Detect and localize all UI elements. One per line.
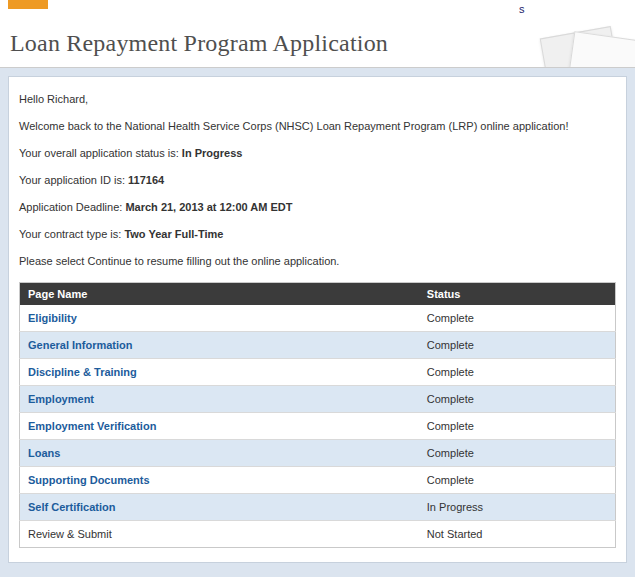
table-row: General Information Complete bbox=[20, 332, 616, 359]
table-row: Eligibility Complete bbox=[20, 305, 616, 332]
application-id-line: Your application ID is: 117164 bbox=[19, 174, 616, 186]
status-cell: In Progress bbox=[419, 494, 616, 521]
table-header: Page Name Status bbox=[20, 283, 616, 306]
status-label: Your overall application status is: bbox=[19, 147, 179, 159]
page-title: Loan Repayment Program Application bbox=[10, 30, 388, 57]
page-link-employment[interactable]: Employment bbox=[28, 393, 94, 405]
page-link-eligibility[interactable]: Eligibility bbox=[28, 312, 77, 324]
top-left-accent-bar bbox=[8, 0, 48, 9]
status-cell: Complete bbox=[419, 467, 616, 494]
table-row: Self Certification In Progress bbox=[20, 494, 616, 521]
column-header-status: Status bbox=[419, 283, 616, 306]
contract-type-label: Your contract type is: bbox=[19, 228, 121, 240]
page-link-supporting-documents[interactable]: Supporting Documents bbox=[28, 474, 150, 486]
instruction-text: Please select Continue to resume filling… bbox=[19, 255, 616, 267]
deadline-label: Application Deadline: bbox=[19, 201, 122, 213]
table-row: Employment Complete bbox=[20, 386, 616, 413]
page-link-self-certification[interactable]: Self Certification bbox=[28, 501, 115, 513]
table-row: Loans Complete bbox=[20, 440, 616, 467]
greeting-text: Hello Richard, bbox=[19, 93, 616, 105]
status-cell: Not Started bbox=[419, 521, 616, 548]
column-header-page-name: Page Name bbox=[20, 283, 419, 306]
status-cell: Complete bbox=[419, 305, 616, 332]
button-row: CONTINUE bbox=[8, 563, 627, 577]
contract-type-line: Your contract type is: Two Year Full-Tim… bbox=[19, 228, 616, 240]
page-link-employment-verification[interactable]: Employment Verification bbox=[28, 420, 156, 432]
status-line: Your overall application status is: In P… bbox=[19, 147, 616, 159]
page-link-discipline-training[interactable]: Discipline & Training bbox=[28, 366, 137, 378]
page-label-review-submit: Review & Submit bbox=[28, 528, 112, 540]
contract-type-value: Two Year Full-Time bbox=[124, 228, 223, 240]
table-row: Employment Verification Complete bbox=[20, 413, 616, 440]
application-pages-table: Page Name Status Eligibility Complete Ge… bbox=[19, 282, 616, 548]
deadline-value: March 21, 2013 at 12:00 AM EDT bbox=[125, 201, 292, 213]
status-cell: Complete bbox=[419, 332, 616, 359]
application-id-value: 117164 bbox=[128, 174, 164, 186]
application-panel: Hello Richard, Welcome back to the Natio… bbox=[8, 76, 627, 563]
page-link-loans[interactable]: Loans bbox=[28, 447, 60, 459]
table-row: Supporting Documents Complete bbox=[20, 467, 616, 494]
application-id-label: Your application ID is: bbox=[19, 174, 125, 186]
status-value: In Progress bbox=[182, 147, 243, 159]
top-text: s bbox=[519, 3, 525, 15]
table-row: Review & Submit Not Started bbox=[20, 521, 616, 548]
content-background: Hello Richard, Welcome back to the Natio… bbox=[0, 68, 635, 577]
status-cell: Complete bbox=[419, 413, 616, 440]
status-cell: Complete bbox=[419, 386, 616, 413]
status-cell: Complete bbox=[419, 359, 616, 386]
table-row: Discipline & Training Complete bbox=[20, 359, 616, 386]
status-cell: Complete bbox=[419, 440, 616, 467]
deadline-line: Application Deadline: March 21, 2013 at … bbox=[19, 201, 616, 213]
page-link-general-information[interactable]: General Information bbox=[28, 339, 133, 351]
welcome-text: Welcome back to the National Health Serv… bbox=[19, 120, 616, 132]
